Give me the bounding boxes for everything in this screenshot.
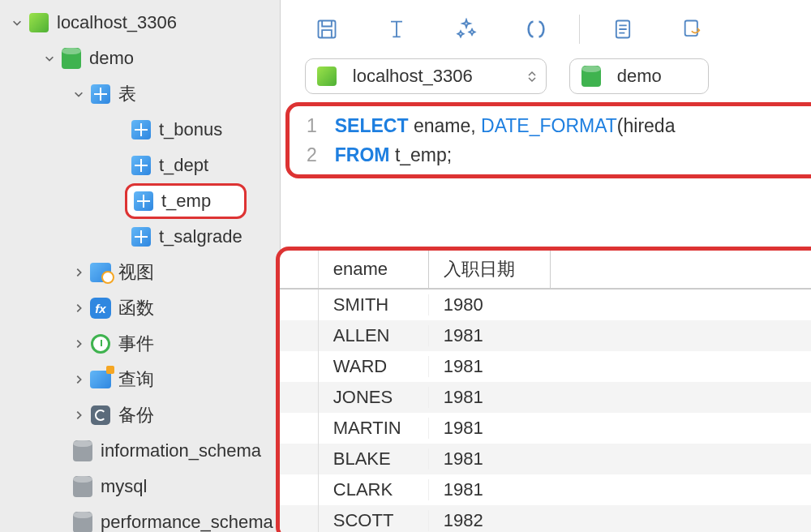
database-icon [71, 440, 94, 462]
code-line[interactable]: 1SELECT ename, DATE_FORMAT(hireda [290, 111, 811, 140]
table-row[interactable]: ALLEN1981 [280, 320, 811, 351]
views-icon [89, 261, 112, 284]
cell: 1981 [429, 418, 551, 439]
connection-selector[interactable]: localhost_3306 [305, 58, 547, 94]
results-table[interactable]: ename 入职日期 SMITH1980ALLEN1981WARD1981JON… [276, 247, 811, 532]
table-icon [130, 225, 152, 248]
document-button[interactable] [609, 15, 637, 43]
table-row[interactable]: CLARK1981 [280, 474, 811, 505]
row-number-header [280, 251, 319, 288]
row-gutter [280, 382, 319, 413]
code-line[interactable]: 2FROM t_emp; [290, 140, 811, 169]
tree-system-database[interactable]: mysql [0, 469, 280, 504]
database-icon [71, 475, 94, 498]
cell: JONES [319, 387, 429, 408]
queries-icon [89, 368, 112, 391]
chevron-right-icon [71, 301, 86, 315]
column-header[interactable]: 入职日期 [429, 251, 551, 288]
database-icon [60, 47, 83, 70]
events-icon [89, 332, 112, 355]
cell: 1981 [429, 356, 551, 377]
tree-section-functions[interactable]: fx函数 [0, 290, 280, 326]
svg-rect-2 [684, 21, 697, 36]
format-button[interactable] [383, 15, 410, 43]
main-panel: localhost_3306 demo 1SELECT ename, DATE_… [281, 0, 811, 532]
database-selector-label: demo [617, 66, 662, 87]
tables-icon [89, 83, 112, 105]
table-row[interactable]: WARD1981 [280, 351, 811, 382]
toolbar-divider [579, 15, 580, 44]
connection-label: localhost_3306 [57, 12, 177, 33]
system-db-label: information_schema [101, 440, 261, 461]
row-gutter [280, 444, 319, 474]
cell: 1980 [429, 294, 551, 315]
chevron-right-icon [71, 408, 86, 423]
cell: 1981 [429, 479, 551, 500]
table-icon [132, 190, 155, 212]
table-row[interactable]: MARTIN1981 [280, 413, 811, 444]
tree-tables-group[interactable]: 表 [0, 76, 280, 112]
cell: SCOTT [319, 510, 429, 531]
sql-editor[interactable]: 1SELECT ename, DATE_FORMAT(hireda2FROM t… [285, 102, 811, 178]
section-label: 函数 [118, 296, 154, 320]
table-row[interactable]: SMITH1980 [280, 290, 811, 320]
cell: 1981 [429, 448, 551, 470]
table-label: t_emp [161, 191, 211, 212]
database-selector[interactable]: demo [569, 58, 709, 94]
sidebar: localhost_3306 demo 表 t_bonust_deptt_emp… [0, 0, 281, 532]
chevron-down-icon [10, 15, 24, 30]
table-row[interactable]: SCOTT1982 [280, 505, 811, 532]
cell: ALLEN [319, 325, 429, 346]
section-label: 视图 [118, 260, 154, 285]
chevron-right-icon [71, 337, 86, 351]
export-button[interactable] [679, 15, 706, 43]
table-label: t_dept [159, 155, 208, 176]
save-button[interactable] [313, 15, 341, 43]
updown-icon [528, 71, 536, 83]
table-row[interactable]: JONES1981 [280, 382, 811, 413]
cell: CLARK [319, 479, 429, 500]
row-gutter [280, 290, 319, 320]
line-number: 2 [290, 144, 335, 166]
cell: 1981 [429, 325, 551, 346]
backup-icon [89, 404, 112, 427]
cell: MARTIN [319, 418, 429, 439]
tree-table-item[interactable]: t_emp [125, 183, 247, 219]
brackets-button[interactable] [522, 15, 550, 43]
section-label: 查询 [118, 367, 154, 392]
database-icon [580, 65, 603, 88]
row-gutter [280, 320, 319, 351]
tree-section-backup[interactable]: 备份 [0, 397, 280, 433]
functions-icon: fx [89, 297, 112, 320]
auto-button[interactable] [453, 15, 480, 43]
tree-section-events[interactable]: 事件 [0, 326, 280, 362]
code-text: FROM t_emp; [335, 144, 452, 166]
row-gutter [280, 474, 319, 505]
connection-icon [315, 65, 338, 88]
toolbar [281, 0, 811, 52]
table-label: t_bonus [159, 119, 222, 140]
section-label: 事件 [118, 332, 154, 356]
column-header[interactable]: ename [319, 251, 429, 288]
tree-system-database[interactable]: information_schema [0, 433, 280, 469]
database-icon [71, 511, 94, 532]
cell: BLAKE [319, 448, 429, 470]
database-label: demo [89, 48, 134, 69]
tree-system-database[interactable]: performance_schema [0, 504, 280, 532]
tree-table-item[interactable]: t_bonus [0, 112, 280, 148]
tree-section-queries[interactable]: 查询 [0, 362, 280, 397]
connection-icon [28, 11, 50, 34]
tree-section-views[interactable]: 视图 [0, 255, 280, 290]
chevron-down-icon [71, 87, 86, 101]
tree-table-item[interactable]: t_dept [0, 148, 280, 183]
tables-label: 表 [118, 82, 136, 106]
tree-connection[interactable]: localhost_3306 [0, 5, 280, 41]
table-row[interactable]: BLAKE1981 [280, 444, 811, 474]
tree-database[interactable]: demo [0, 41, 280, 76]
cell: 1981 [429, 387, 551, 408]
row-gutter [280, 413, 319, 444]
tree-table-item[interactable]: t_salgrade [0, 219, 280, 255]
chevron-right-icon [71, 372, 86, 387]
chevron-right-icon [71, 265, 86, 280]
system-db-label: performance_schema [101, 512, 273, 532]
